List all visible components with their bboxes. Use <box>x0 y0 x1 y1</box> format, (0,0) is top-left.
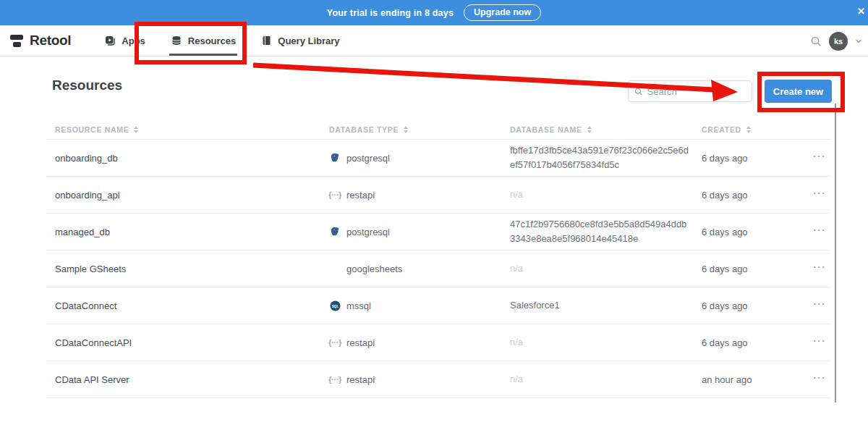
table-row[interactable]: onboarding_api {···} SQL restapi n/a 6 d… <box>46 177 830 214</box>
database-name-cell: Salesforce1 <box>501 298 693 313</box>
resource-name-cell: onboarding_api <box>46 190 320 201</box>
table-row[interactable]: onboarding_db {···} SQL postgresql fbffe… <box>46 140 830 177</box>
table-header-row: RESOURCE NAME DATABASE TYPE DATABASE NAM… <box>46 119 830 140</box>
mssql-icon: SQL <box>330 300 341 311</box>
database-name-cell: n/a <box>501 261 693 276</box>
database-type-label: googlesheets <box>346 264 402 274</box>
sort-icon <box>587 126 592 133</box>
database-type-label: restapi <box>346 337 375 348</box>
brand-name: Retool <box>30 33 71 49</box>
retool-logo-icon <box>10 35 23 47</box>
table-row[interactable]: CDataConnect {···} SQL mssql Salesforce1… <box>46 287 830 324</box>
database-type-label: postgresql <box>346 227 390 237</box>
trial-message: Your trial is ending in 8 days <box>327 8 454 18</box>
created-cell: 6 days ago <box>693 153 794 164</box>
overflow-menu-button[interactable]: ··· <box>814 227 827 233</box>
resource-name-cell: CDataConnectAPI <box>46 337 320 348</box>
table-row[interactable]: CDataConnectAPI {···} SQL restapi n/a 6 … <box>46 324 830 361</box>
resource-name-cell: Sample GSheets <box>46 264 320 274</box>
database-type-cell: {···} SQL googlesheets <box>320 264 501 274</box>
table-body: onboarding_db {···} SQL postgresql fbffe… <box>46 140 830 398</box>
sort-icon <box>134 126 138 133</box>
chevron-down-icon[interactable] <box>855 38 862 45</box>
upgrade-now-button[interactable]: Upgrade now <box>464 4 541 21</box>
overflow-menu-button[interactable]: ··· <box>814 190 827 196</box>
book-icon <box>261 35 272 46</box>
sort-icon <box>404 126 408 133</box>
tab-resources[interactable]: Resources <box>171 25 236 56</box>
overflow-menu-button[interactable]: ··· <box>814 375 827 381</box>
sort-icon <box>746 126 751 133</box>
created-cell: 6 days ago <box>693 337 794 348</box>
postgresql-icon <box>330 227 341 237</box>
apps-icon <box>104 35 116 46</box>
resources-search-box[interactable] <box>628 80 752 102</box>
resource-name-cell: CData API Server <box>46 374 320 385</box>
overflow-menu-button[interactable]: ··· <box>814 153 827 159</box>
overflow-menu-button[interactable]: ··· <box>814 338 827 344</box>
tab-label: Resources <box>188 35 236 46</box>
search-icon[interactable] <box>810 35 822 47</box>
nav-tabs: Apps Resources Query Library <box>104 25 339 56</box>
created-cell: 6 days ago <box>693 300 794 311</box>
database-name-cell: n/a <box>501 335 693 350</box>
resource-name-cell: managed_db <box>46 227 320 237</box>
avatar[interactable]: ks <box>829 32 848 51</box>
tab-apps[interactable]: Apps <box>104 25 145 56</box>
table-row[interactable]: managed_db {···} SQL postgresql 47c1f2b9… <box>46 214 830 250</box>
database-type-cell: {···} SQL postgresql <box>320 227 501 237</box>
database-name-cell: 47c1f2b9756680ce8fd3e5b5a8d549a4ddb3343e… <box>501 217 693 246</box>
database-name-cell: fbffe17d3fb5ce43a591e76f23c066e2c5e6def5… <box>501 143 693 172</box>
table-row[interactable]: Sample GSheets {···} SQL googlesheets n/… <box>46 250 830 287</box>
restapi-icon: {···} <box>328 338 341 347</box>
resources-table: RESOURCE NAME DATABASE TYPE DATABASE NAM… <box>46 119 830 398</box>
trial-banner: Your trial is ending in 8 days Upgrade n… <box>0 0 868 25</box>
restapi-icon: {···} <box>328 375 341 384</box>
restapi-icon: {···} <box>328 190 341 199</box>
database-name-cell: n/a <box>501 372 693 387</box>
column-header-database-type[interactable]: DATABASE TYPE <box>320 125 501 134</box>
database-type-cell: {···} SQL restapi <box>320 190 501 201</box>
database-type-label: restapi <box>346 374 375 385</box>
resource-name-cell: onboarding_db <box>46 153 320 164</box>
column-header-created[interactable]: CREATED <box>693 125 794 134</box>
table-row[interactable]: CData API Server {···} SQL restapi n/a a… <box>46 361 830 398</box>
database-type-cell: {···} SQL restapi <box>320 337 501 348</box>
created-cell: 6 days ago <box>693 264 794 274</box>
tab-label: Query Library <box>278 35 339 46</box>
database-name-cell: n/a <box>501 188 693 202</box>
page-title: Resources <box>52 77 122 93</box>
database-type-label: restapi <box>346 190 375 201</box>
search-input[interactable] <box>647 86 746 97</box>
column-header-resource-name[interactable]: RESOURCE NAME <box>46 125 320 134</box>
create-new-button[interactable]: Create new <box>765 80 832 103</box>
resource-name-cell: CDataConnect <box>46 300 320 311</box>
database-icon <box>171 35 182 46</box>
column-header-database-name[interactable]: DATABASE NAME <box>501 125 693 134</box>
tab-label: Apps <box>122 35 145 46</box>
overflow-menu-button[interactable]: ··· <box>814 301 827 307</box>
database-type-cell: {···} SQL mssql <box>320 300 501 311</box>
tab-query-library[interactable]: Query Library <box>261 25 339 56</box>
postgresql-icon <box>330 153 341 164</box>
overflow-menu-button[interactable]: ··· <box>814 264 827 270</box>
database-type-label: postgresql <box>346 153 390 164</box>
created-cell: 6 days ago <box>693 190 794 201</box>
svg-text:SQL: SQL <box>331 304 339 308</box>
vertical-scrollbar[interactable] <box>835 104 836 403</box>
banner-close-icon[interactable]: ✕ <box>857 6 868 17</box>
database-type-cell: {···} SQL postgresql <box>320 153 501 164</box>
retool-logo[interactable]: Retool <box>10 25 71 56</box>
search-icon <box>634 87 643 96</box>
created-cell: an hour ago <box>693 374 794 385</box>
navbar-right: ks <box>810 25 862 56</box>
top-navbar: Retool Apps Resources Query Library ks <box>0 25 868 56</box>
database-type-cell: {···} SQL restapi <box>320 374 501 385</box>
database-type-label: mssql <box>346 300 371 311</box>
created-cell: 6 days ago <box>693 227 794 237</box>
